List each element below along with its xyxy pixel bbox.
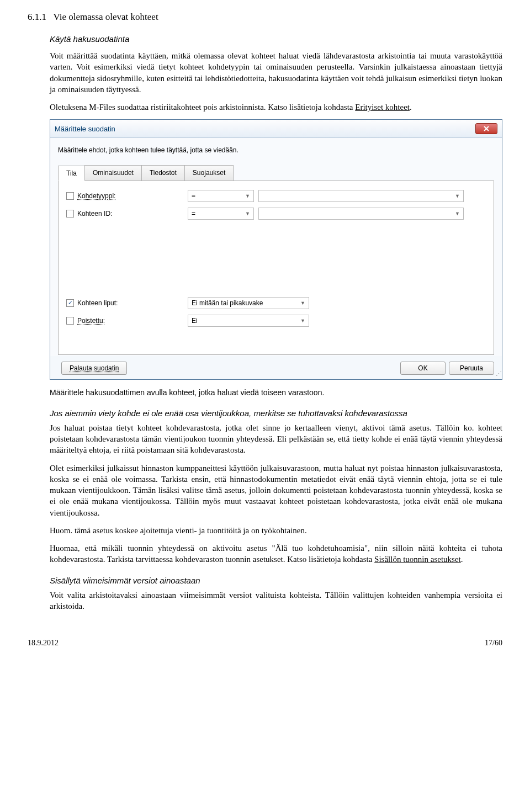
subheading-sisallyta: Sisällytä viimeisimmät versiot ainoastaa… [50, 575, 502, 586]
tab-panel-tila: Kohdetyyppi: = ▼ ▼ Kohteen ID: = ▼ [58, 181, 494, 355]
tab-ominaisuudet[interactable]: Ominaisuudet [84, 165, 142, 181]
link-sisallon-tuonnin-asetukset[interactable]: Sisällön tuonnin asetukset [374, 555, 461, 564]
dialog-tabs: Tila Ominaisuudet Tiedostot Suojaukset [58, 165, 494, 181]
chevron-down-icon: ▼ [300, 317, 305, 324]
footer-date: 18.9.2012 [28, 638, 59, 649]
chevron-down-icon: ▼ [455, 193, 460, 199]
cancel-button[interactable]: Peruuta [449, 362, 494, 375]
operator-kohdetyyppi-value: = [192, 192, 195, 200]
chevron-down-icon: ▼ [245, 193, 250, 199]
paragraph-2: Oletuksena M-Files suodattaa ristiriitak… [50, 102, 502, 113]
link-erityiset-kohteet[interactable]: Erityiset kohteet [355, 103, 410, 112]
chevron-down-icon: ▼ [300, 300, 305, 306]
operator-kohteen-id[interactable]: = ▼ [188, 208, 254, 220]
paragraph-6-tail: . [461, 555, 463, 564]
operator-kohdetyyppi[interactable]: = ▼ [188, 190, 254, 202]
label-poistettu: Poistettu: [77, 316, 188, 325]
filter-row-poistettu: Poistettu: Ei ▼ [66, 315, 486, 327]
section-heading: 6.1.1 Vie olemassa olevat kohteet [28, 11, 502, 24]
value-poistettu[interactable]: Ei ▼ [188, 315, 309, 327]
resize-grip-icon[interactable]: ⋰ [496, 370, 501, 378]
paragraph-2-tail: . [410, 103, 412, 112]
paragraph-1: Voit määrittää suodatinta käyttäen, mitk… [50, 50, 502, 95]
page-footer: 18.9.2012 17/60 [28, 638, 502, 649]
subheading-jos-aiemmin: Jos aiemmin viety kohde ei ole enää osa … [50, 408, 502, 419]
ok-button[interactable]: OK [400, 362, 446, 375]
footer-page: 17/60 [485, 638, 502, 649]
label-kohdetyyppi: Kohdetyyppi: [77, 192, 188, 200]
filter-dialog: Määrittele suodatin Määrittele ehdot, jo… [50, 119, 502, 379]
tab-tila[interactable]: Tila [58, 166, 85, 181]
chevron-down-icon: ▼ [455, 210, 460, 217]
filter-row-kohdetyyppi: Kohdetyyppi: = ▼ ▼ [66, 190, 486, 202]
operator-kohteen-id-value: = [192, 209, 195, 218]
checkbox-poistettu[interactable] [66, 317, 74, 325]
value-kohdetyyppi[interactable]: ▼ [258, 190, 464, 202]
tab-tiedostot[interactable]: Tiedostot [141, 165, 185, 181]
chevron-down-icon: ▼ [245, 210, 250, 217]
filter-row-kohteen-liput: ✓ Kohteen liput: Ei mitään tai pikakuvak… [66, 297, 486, 309]
dialog-caption: Määrittele hakusuodattimen avulla kohtee… [50, 388, 502, 398]
reset-filter-button[interactable]: Palauta suodatin [61, 362, 127, 375]
paragraph-7: Voit valita arkistoitavaksi ainoastaan v… [50, 590, 502, 612]
filter-row-kohteen-id: Kohteen ID: = ▼ ▼ [66, 208, 486, 220]
label-kohteen-liput: Kohteen liput: [77, 299, 188, 307]
paragraph-5: Huom. tämä asetus koskee ajoitettuja vie… [50, 525, 502, 536]
section-title: Vie olemassa olevat kohteet [53, 12, 158, 22]
value-poistettu-text: Ei [192, 316, 198, 325]
label-kohteen-id: Kohteen ID: [77, 209, 188, 218]
checkbox-kohteen-id[interactable] [66, 210, 74, 217]
dialog-titlebar: Määrittele suodatin [50, 120, 502, 138]
subheading-hakusuodatin: Käytä hakusuodatinta [50, 34, 502, 45]
dialog-description: Määrittele ehdot, jotka kohteen tulee tä… [58, 146, 494, 155]
checkbox-kohteen-liput[interactable]: ✓ [66, 299, 74, 307]
dialog-button-row: Palauta suodatin OK Peruuta [50, 356, 502, 376]
value-kohteen-liput-text: Ei mitään tai pikakuvake [192, 299, 263, 307]
paragraph-6: Huomaa, että mikäli tuonnin yhteydessä o… [50, 543, 502, 565]
checkbox-kohdetyyppi[interactable] [66, 192, 74, 200]
paragraph-3: Jos haluat poistaa tietyt kohteet kohdev… [50, 422, 502, 456]
dialog-title: Määrittele suodatin [55, 124, 115, 134]
value-kohteen-liput[interactable]: Ei mitään tai pikakuvake ▼ [188, 297, 309, 309]
paragraph-4: Olet esimerkiksi julkaissut hinnaston ku… [50, 463, 502, 518]
section-number: 6.1.1 [28, 12, 46, 22]
close-icon[interactable] [475, 123, 497, 134]
paragraph-2-text: Oletuksena M-Files suodattaa ristiriitak… [50, 103, 355, 112]
tab-suojaukset[interactable]: Suojaukset [184, 165, 234, 181]
value-kohteen-id[interactable]: ▼ [258, 208, 464, 220]
